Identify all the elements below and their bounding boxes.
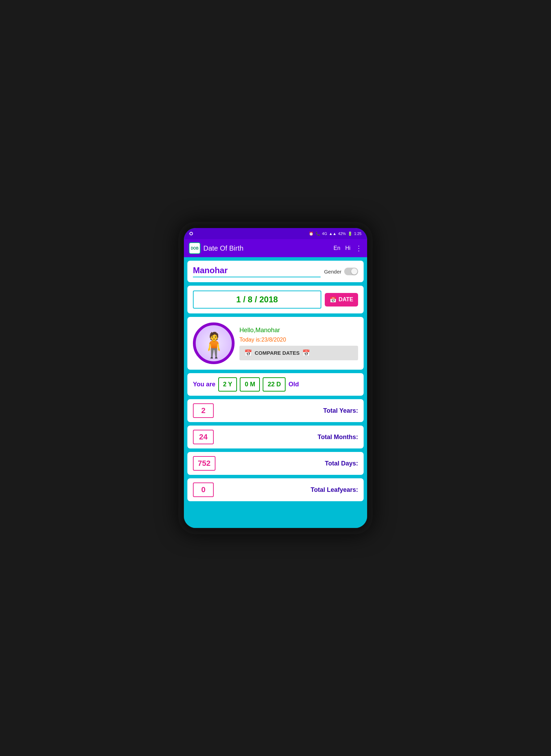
profile-card: 🧍 Hello,Manohar Today is:23/8/2020 📅 COM…	[187, 317, 364, 370]
date-card: 1 / 8 / 2018 📅 DATE	[187, 286, 364, 313]
name-input[interactable]	[193, 266, 321, 277]
age-card: You are 2 Y 0 M 22 D Old	[187, 373, 364, 396]
total-days-card: 752 Total Days:	[187, 452, 364, 475]
lang-en-button[interactable]: En	[333, 245, 340, 251]
total-days-label: Total Days:	[215, 460, 358, 467]
total-months-card: 24 Total Months:	[187, 426, 364, 448]
more-options-button[interactable]: ⋮	[355, 244, 362, 252]
status-left	[189, 232, 193, 235]
network-label: 4G	[322, 232, 327, 236]
time-display: 1:25	[354, 232, 362, 236]
content-area: Gender 1 / 8 / 2018 📅 DATE 🧍	[184, 257, 367, 528]
you-are-label: You are	[193, 381, 215, 388]
total-leafyears-value: 0	[193, 482, 214, 497]
app-bar-actions: En Hi ⋮	[333, 244, 362, 252]
compare-dates-label: COMPARE DATES	[255, 350, 299, 356]
avatar-figure: 🧍	[199, 333, 229, 357]
days-box: 22 D	[263, 377, 286, 392]
toggle-knob	[351, 268, 357, 275]
battery-pct: 42%	[338, 232, 346, 236]
total-leafyears-card: 0 Total Leafyears:	[187, 478, 364, 501]
app-bar: DOB Date Of Birth En Hi ⋮	[184, 239, 367, 257]
compare-cal-right-icon: 📅	[302, 349, 310, 357]
name-card: Gender	[187, 261, 364, 282]
gender-label: Gender	[324, 269, 341, 275]
total-months-value: 24	[193, 430, 214, 444]
total-days-value: 752	[193, 456, 215, 471]
phone-shell: ⏰ 📞 4G ▲▲ 42% 🔋 1:25 DOB Date Of Birth E…	[178, 222, 373, 534]
date-button-label: DATE	[339, 296, 353, 303]
date-display: 1 / 8 / 2018	[193, 291, 321, 309]
status-bar: ⏰ 📞 4G ▲▲ 42% 🔋 1:25	[184, 228, 367, 239]
camera-dot	[189, 232, 193, 235]
compare-cal-left-icon: 📅	[244, 349, 252, 357]
years-box: 2 Y	[218, 377, 237, 392]
gender-toggle[interactable]	[344, 268, 358, 275]
app-logo: DOB	[189, 242, 201, 254]
months-box: 0 M	[240, 377, 260, 392]
total-years-value: 2	[193, 403, 214, 418]
call-icon: 📞	[315, 232, 320, 236]
phone-screen: ⏰ 📞 4G ▲▲ 42% 🔋 1:25 DOB Date Of Birth E…	[184, 228, 367, 528]
signal-icon: ▲▲	[329, 232, 337, 236]
compare-dates-button[interactable]: 📅 COMPARE DATES 📅	[239, 346, 358, 360]
date-picker-button[interactable]: 📅 DATE	[325, 293, 358, 306]
old-label: Old	[288, 381, 299, 388]
today-text: Today is:23/8/2020	[239, 337, 358, 343]
hello-text: Hello,Manohar	[239, 327, 358, 334]
status-right: ⏰ 📞 4G ▲▲ 42% 🔋 1:25	[309, 232, 362, 236]
avatar-circle: 🧍	[193, 322, 235, 364]
total-years-card: 2 Total Years:	[187, 399, 364, 422]
calendar-icon: 📅	[330, 296, 337, 303]
app-title: Date Of Birth	[203, 244, 331, 252]
profile-info: Hello,Manohar Today is:23/8/2020 📅 COMPA…	[239, 327, 358, 360]
total-leafyears-label: Total Leafyears:	[214, 486, 358, 494]
total-years-label: Total Years:	[214, 407, 358, 414]
total-months-label: Total Months:	[214, 434, 358, 441]
lang-hi-button[interactable]: Hi	[345, 245, 350, 251]
battery-icon: 🔋	[348, 232, 353, 236]
alarm-icon: ⏰	[309, 232, 314, 236]
gender-section: Gender	[324, 268, 358, 275]
